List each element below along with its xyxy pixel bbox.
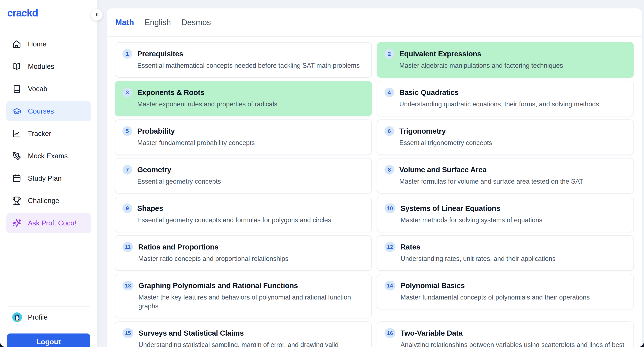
sidebar-item-vocab[interactable]: Vocab <box>6 79 91 99</box>
logout-button[interactable]: Logout <box>7 334 90 347</box>
course-description: Essential trigonometry concepts <box>399 138 626 147</box>
course-card-ratios-and-proportions[interactable]: 11Ratios and ProportionsMaster ratio con… <box>115 235 372 271</box>
sidebar-item-ask-prof-coco[interactable]: Ask Prof. Coco! <box>6 213 91 233</box>
course-description: Master exponent rules and properties of … <box>137 100 364 109</box>
course-card-rates[interactable]: 12RatesUnderstanding rates, unit rates, … <box>377 235 634 271</box>
sidebar-item-mock-exams[interactable]: Mock Exams <box>6 146 91 166</box>
sidebar-item-challenge[interactable]: Challenge <box>6 191 91 211</box>
course-card-geometry[interactable]: 7GeometryEssential geometry concepts <box>115 158 372 194</box>
course-description: Master fundamental probability concepts <box>137 138 364 147</box>
course-number-badge: 4 <box>384 88 394 97</box>
main-panel: MathEnglishDesmos 1PrerequisitesEssentia… <box>107 8 642 347</box>
sidebar-item-label: Courses <box>28 107 54 115</box>
calendar-icon <box>12 174 21 183</box>
course-card-shapes[interactable]: 9ShapesEssential geometry concepts and f… <box>115 197 372 232</box>
course-title: Prerequisites <box>137 50 364 58</box>
course-card-equivalent-expressions[interactable]: 2Equivalent ExpressionsMaster algebraic … <box>377 42 634 78</box>
sidebar-item-label: Home <box>28 40 46 48</box>
course-number-badge: 6 <box>384 126 394 136</box>
course-card-trigonometry[interactable]: 6TrigonometryEssential trigonometry conc… <box>377 119 634 155</box>
course-card-surveys-and-statistical-claims[interactable]: 15Surveys and Statistical ClaimsUndersta… <box>115 322 372 347</box>
course-title: Systems of Linear Equations <box>400 204 626 213</box>
sidebar-nav: HomeModulesVocabCoursesTrackerMock Exams… <box>0 19 97 233</box>
course-description: Analyzing relationships between variable… <box>400 341 626 347</box>
course-description: Master ratio concepts and proportional r… <box>138 254 364 263</box>
sidebar-item-label: Challenge <box>28 197 59 205</box>
course-description: Understanding quadratic equations, their… <box>399 100 626 109</box>
home-icon <box>12 40 21 48</box>
sidebar-item-courses[interactable]: Courses <box>6 101 91 121</box>
sidebar-item-tracker[interactable]: Tracker <box>6 123 91 144</box>
penguin-avatar <box>12 312 22 322</box>
course-title: Two-Variable Data <box>400 329 626 337</box>
course-number-badge: 15 <box>122 328 134 338</box>
sidebar-collapse-button[interactable]: ‹ <box>91 9 102 21</box>
course-grid: 1PrerequisitesEssential mathematical con… <box>107 37 642 347</box>
course-card-systems-of-linear-equations[interactable]: 10Systems of Linear EquationsMaster meth… <box>377 197 634 232</box>
course-title: Surveys and Statistical Claims <box>138 329 364 337</box>
sidebar-item-label: Vocab <box>28 85 47 93</box>
course-card-prerequisites[interactable]: 1PrerequisitesEssential mathematical con… <box>115 42 372 78</box>
course-number-badge: 5 <box>122 126 132 136</box>
course-title: Basic Quadratics <box>399 88 626 97</box>
course-title: Geometry <box>137 165 364 174</box>
chart-line-icon <box>12 129 21 138</box>
course-description: Understanding rates, unit rates, and the… <box>400 254 626 263</box>
subject-tabs: MathEnglishDesmos <box>107 8 642 37</box>
sidebar-item-label: Ask Prof. Coco! <box>28 219 76 227</box>
course-card-volume-and-surface-area[interactable]: 8Volume and Surface AreaMaster formulas … <box>377 158 634 194</box>
course-description: Essential geometry concepts and formulas… <box>137 216 364 225</box>
course-description: Essential geometry concepts <box>137 177 364 186</box>
course-number-badge: 13 <box>122 281 134 291</box>
graduation-cap-icon <box>12 107 21 116</box>
course-card-graphing-polynomials-and-rational-functions[interactable]: 13Graphing Polynomials and Rational Func… <box>115 274 372 318</box>
course-card-two-variable-data[interactable]: 16Two-Variable DataAnalyzing relationshi… <box>377 322 634 347</box>
trophy-icon <box>12 196 21 205</box>
course-card-basic-quadratics[interactable]: 4Basic QuadraticsUnderstanding quadratic… <box>377 81 634 116</box>
course-title: Rates <box>400 243 626 251</box>
course-number-badge: 9 <box>122 203 132 213</box>
course-number-badge: 1 <box>122 49 132 59</box>
course-description: Master fundamental concepts of polynomia… <box>400 293 626 302</box>
course-number-badge: 7 <box>122 165 132 175</box>
chevron-left-icon: ‹ <box>96 10 98 18</box>
course-card-exponents-roots[interactable]: 3Exponents & RootsMaster exponent rules … <box>115 81 372 116</box>
course-title: Trigonometry <box>399 127 626 135</box>
sidebar-item-study-plan[interactable]: Study Plan <box>6 168 91 188</box>
sidebar-item-home[interactable]: Home <box>6 34 91 54</box>
sidebar-item-label: Modules <box>28 62 54 70</box>
sidebar: crackd HomeModulesVocabCoursesTrackerMoc… <box>0 0 97 347</box>
course-title: Polynomial Basics <box>400 281 626 290</box>
app-root: crackd HomeModulesVocabCoursesTrackerMoc… <box>0 0 644 347</box>
course-description: Master formulas for volume and surface a… <box>399 177 626 186</box>
course-title: Shapes <box>137 204 364 213</box>
open-book-icon <box>12 62 21 71</box>
app-logo: crackd <box>0 0 97 19</box>
sparkles-icon <box>12 219 21 228</box>
pen-nib-icon <box>12 152 21 160</box>
sidebar-item-modules[interactable]: Modules <box>6 56 91 77</box>
profile-label: Profile <box>28 313 48 321</box>
sidebar-item-profile[interactable]: Profile <box>6 310 91 324</box>
book-icon <box>12 84 21 93</box>
course-title: Graphing Polynomials and Rational Functi… <box>138 281 364 290</box>
tab-math[interactable]: Math <box>115 18 134 27</box>
tab-english[interactable]: English <box>145 18 171 27</box>
course-description: Master the key features and behaviors of… <box>138 293 364 311</box>
course-card-probability[interactable]: 5ProbabilityMaster fundamental probabili… <box>115 119 372 155</box>
course-description: Essential mathematical concepts needed b… <box>137 61 364 70</box>
course-description: Master algebraic manipulations and facto… <box>399 61 626 70</box>
course-title: Equivalent Expressions <box>399 50 626 58</box>
course-number-badge: 8 <box>384 165 394 175</box>
course-description: Understanding statistical sampling, marg… <box>138 341 364 347</box>
sidebar-item-label: Study Plan <box>28 174 62 182</box>
course-card-polynomial-basics[interactable]: 14Polynomial BasicsMaster fundamental co… <box>377 274 634 310</box>
tab-desmos[interactable]: Desmos <box>182 18 211 27</box>
course-number-badge: 16 <box>384 328 396 338</box>
course-description: Master methods for solving systems of eq… <box>400 216 626 225</box>
course-number-badge: 10 <box>384 203 396 213</box>
course-title: Ratios and Proportions <box>138 243 364 251</box>
course-number-badge: 3 <box>122 88 132 97</box>
course-title: Exponents & Roots <box>137 88 364 97</box>
sidebar-divider <box>7 307 90 307</box>
